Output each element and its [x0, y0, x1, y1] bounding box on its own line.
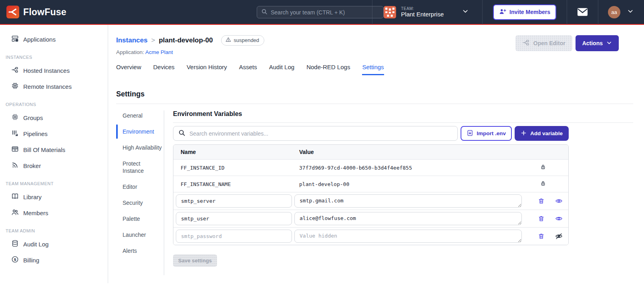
- divider: [116, 104, 633, 104]
- sidebar-item-groups[interactable]: Groups: [0, 110, 108, 126]
- sidebar-item-hosted-instances[interactable]: Hosted Instances: [0, 62, 108, 78]
- top-nav: FlowFuse TE: [0, 0, 644, 25]
- eye-icon[interactable]: [555, 215, 563, 222]
- audit-log-icon: [11, 240, 19, 248]
- sidebar-item-pipelines[interactable]: Pipelines: [0, 126, 108, 142]
- invite-members-button[interactable]: Invite Members: [493, 4, 556, 20]
- tab-node-red-logs[interactable]: Node-RED Logs: [306, 64, 350, 75]
- eye-icon[interactable]: [555, 197, 563, 205]
- sidebar-item-audit-log[interactable]: Audit Log: [0, 236, 108, 252]
- team-search[interactable]: [257, 6, 384, 18]
- delete-variable-button[interactable]: [538, 233, 545, 240]
- application-label: Application:: [116, 49, 144, 55]
- env-value: 37f7d969-97cd-4000-b650-b3d4f4eef855: [294, 165, 521, 171]
- settings-nav-general[interactable]: General: [116, 112, 163, 119]
- sidebar-item-label: Groups: [23, 114, 43, 121]
- chevron-down-icon: [627, 8, 634, 16]
- application-link[interactable]: Acme Plant: [145, 49, 173, 55]
- notifications-mail-icon[interactable]: [577, 8, 588, 16]
- actions-label: Actions: [582, 40, 603, 46]
- sidebar: Applications INSTANCES Hosted Instances …: [0, 25, 108, 283]
- settings-nav-high-availability[interactable]: High Availability: [116, 144, 163, 151]
- delete-variable-button[interactable]: [538, 215, 545, 222]
- warning-icon: [225, 37, 231, 44]
- env-name-input[interactable]: [176, 194, 292, 208]
- eye-off-icon[interactable]: [555, 232, 563, 240]
- flowfuse-logo-icon: [6, 6, 19, 18]
- team-avatar: [384, 6, 396, 18]
- settings-nav-launcher[interactable]: Launcher: [116, 231, 163, 238]
- open-editor-button[interactable]: Open Editor: [515, 35, 572, 51]
- save-settings-button[interactable]: Save settings: [173, 254, 217, 267]
- actions-button[interactable]: Actions: [576, 35, 619, 51]
- sidebar-item-label: Audit Log: [23, 241, 48, 248]
- team-name: Plant Enterprise: [401, 11, 444, 18]
- brand[interactable]: FlowFuse: [0, 6, 66, 18]
- pipelines-icon: [11, 129, 19, 138]
- table-row: smtp.gmail.com: [173, 192, 568, 210]
- settings-nav: General Environment High Availability Pr…: [116, 110, 164, 275]
- table-row: FF_INSTANCE_ID 37f7d969-97cd-4000-b650-b…: [173, 160, 568, 176]
- env-name-input[interactable]: [176, 230, 292, 243]
- env-value-input[interactable]: alice@flowfuse.com: [294, 212, 522, 225]
- table-row: [173, 228, 568, 245]
- sidebar-item-label: Library: [23, 194, 42, 200]
- user-menu[interactable]: aa: [598, 0, 644, 24]
- broker-icon: [11, 161, 19, 170]
- sidebar-item-bill-of-materials[interactable]: Bill Of Materials: [0, 142, 108, 158]
- env-value-input[interactable]: smtp.gmail.com: [294, 194, 522, 208]
- env-search[interactable]: [173, 126, 458, 141]
- sidebar-item-applications[interactable]: Applications: [0, 31, 108, 47]
- env-variables-table: Name Value FF_INSTANCE_ID 37f7d969-97cd-…: [173, 144, 569, 245]
- sidebar-item-members[interactable]: Members: [0, 205, 108, 221]
- import-file-icon: [467, 130, 473, 138]
- tab-audit-log[interactable]: Audit Log: [269, 64, 294, 75]
- sidebar-item-label: Pipelines: [23, 130, 48, 137]
- settings-nav-protect-instance[interactable]: Protect Instance: [116, 160, 163, 174]
- sidebar-item-label: Members: [23, 210, 48, 216]
- add-variable-button[interactable]: Add variable: [515, 126, 569, 141]
- team-selector[interactable]: TEAM: Plant Enterprise: [372, 0, 482, 24]
- sidebar-item-billing[interactable]: $ Billing: [0, 252, 108, 268]
- search-icon: [178, 129, 185, 138]
- chevron-down-icon: [606, 40, 612, 47]
- env-value-input[interactable]: [294, 230, 522, 243]
- team-search-input[interactable]: [271, 9, 379, 16]
- applications-icon: [11, 35, 19, 44]
- sidebar-item-broker[interactable]: Broker: [0, 158, 108, 174]
- column-value: Value: [294, 149, 521, 155]
- env-name-input[interactable]: [176, 212, 292, 225]
- env-search-input[interactable]: [189, 130, 453, 137]
- settings-nav-palette[interactable]: Palette: [116, 215, 163, 222]
- settings-nav-alerts[interactable]: Alerts: [116, 247, 163, 254]
- settings-nav-editor[interactable]: Editor: [116, 183, 163, 190]
- status-badge: suspended: [221, 35, 264, 46]
- sidebar-item-label: Hosted Instances: [23, 67, 70, 74]
- chevron-down-icon: [462, 8, 469, 16]
- env-variables-heading: Environment Variables: [173, 110, 633, 123]
- members-icon: [11, 208, 19, 217]
- table-row: alice@flowfuse.com: [173, 210, 568, 228]
- add-variable-label: Add variable: [530, 130, 563, 136]
- plus-icon: [521, 130, 527, 137]
- delete-variable-button[interactable]: [538, 198, 545, 204]
- breadcrumb: Instances > plant-develop-00 suspended: [116, 35, 264, 46]
- settings-nav-environment[interactable]: Environment: [116, 128, 163, 135]
- tab-devices[interactable]: Devices: [153, 64, 175, 75]
- sidebar-item-remote-instances[interactable]: Remote Instances: [0, 78, 108, 94]
- tab-settings[interactable]: Settings: [362, 64, 384, 75]
- sidebar-section-operations: OPERATIONS: [0, 94, 108, 110]
- sidebar-item-label: Bill Of Materials: [23, 146, 65, 153]
- tab-version-history[interactable]: Version History: [187, 64, 227, 75]
- page-title: plant-develop-00: [159, 36, 213, 44]
- breadcrumb-instances-link[interactable]: Instances: [116, 36, 147, 44]
- library-icon: [11, 192, 19, 201]
- hosted-instances-icon: [11, 66, 19, 75]
- import-env-button[interactable]: Import .env: [461, 126, 512, 141]
- lock-icon: [540, 180, 546, 188]
- sidebar-item-library[interactable]: Library: [0, 189, 108, 205]
- editor-fork-icon: [522, 39, 530, 48]
- tab-assets[interactable]: Assets: [239, 64, 257, 75]
- settings-nav-security[interactable]: Security: [116, 199, 163, 206]
- tab-overview[interactable]: Overview: [116, 64, 141, 75]
